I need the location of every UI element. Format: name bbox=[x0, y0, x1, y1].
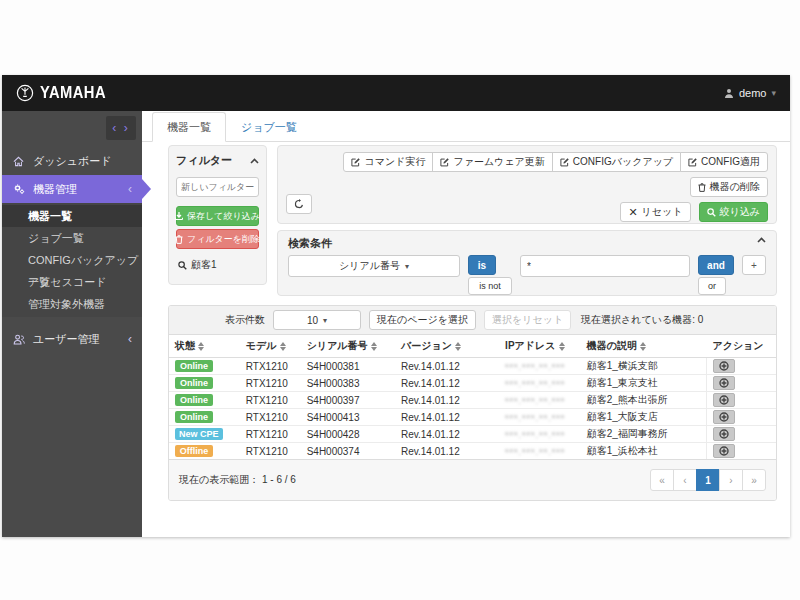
table-row[interactable]: OnlineRTX1210S4H000413Rev.14.01.12***.**… bbox=[169, 409, 776, 426]
table-row[interactable]: OnlineRTX1210S4H000383Rev.14.01.12***.**… bbox=[169, 375, 776, 392]
app-window: YAMAHA demo ▾ ‹ › ダッシュボード bbox=[2, 75, 790, 537]
config-apply-label: CONFIG適用 bbox=[701, 155, 760, 169]
ip-address-redacted: ***.***.**.*** bbox=[505, 362, 565, 372]
reset-label: リセット bbox=[642, 205, 683, 219]
row-actions-button[interactable] bbox=[713, 359, 735, 373]
username: demo bbox=[739, 87, 767, 99]
add-condition-button[interactable]: + bbox=[742, 255, 766, 275]
serial-cell: S4H000397 bbox=[301, 392, 395, 409]
sidebar-item-config-backup-list[interactable]: CONFIGバックアップ一覧 bbox=[2, 249, 142, 271]
join-and-button[interactable]: and bbox=[698, 255, 734, 275]
pagination-last-button[interactable]: » bbox=[742, 469, 766, 491]
saved-filter-link[interactable]: 顧客1 bbox=[176, 258, 259, 272]
sidebar-item-unmanaged-devices[interactable]: 管理対象外機器 bbox=[2, 293, 142, 315]
version-cell: Rev.14.01.12 bbox=[395, 392, 499, 409]
run-command-button[interactable]: コマンド実行 bbox=[343, 152, 433, 172]
row-actions-button[interactable] bbox=[713, 393, 735, 407]
filter-apply-label: 絞り込み bbox=[720, 205, 760, 219]
table-row[interactable]: OfflineRTX1210S4H000374Rev.14.01.12***.*… bbox=[169, 443, 776, 460]
pagination-page-1-button[interactable]: 1 bbox=[696, 469, 720, 491]
display-range-label: 現在の表示範囲： 1 - 6 / 6 bbox=[179, 473, 296, 487]
device-actions-panel: コマンド実行 ファームウェア更新 CONFIGバックアップ CONFI bbox=[277, 145, 777, 224]
column-header-serial[interactable]: シリアル番号 bbox=[301, 335, 395, 358]
device-action-button-group: コマンド実行 ファームウェア更新 CONFIGバックアップ CONFI bbox=[343, 152, 768, 172]
search-value-input[interactable] bbox=[520, 255, 690, 277]
reset-button[interactable]: ✕ リセット bbox=[620, 202, 690, 222]
table-row[interactable]: New CPERTX1210S4H000428Rev.14.01.12***.*… bbox=[169, 426, 776, 443]
plus-circle-icon bbox=[719, 429, 729, 439]
column-header-description[interactable]: 機器の説明 bbox=[581, 335, 707, 358]
device-table-body: OnlineRTX1210S4H000381Rev.14.01.12***.**… bbox=[169, 358, 776, 460]
sort-icon bbox=[198, 342, 204, 351]
firmware-update-button[interactable]: ファームウェア更新 bbox=[432, 152, 552, 172]
reset-selection-button[interactable]: 選択をリセット bbox=[484, 310, 571, 330]
sort-icon bbox=[280, 342, 286, 351]
sort-icon bbox=[455, 342, 461, 351]
search-field-select[interactable]: シリアル番号 ▾ bbox=[288, 255, 460, 277]
tab-bar: 機器一覧 ジョブ一覧 bbox=[142, 111, 790, 142]
device-management-submenu: 機器一覧 ジョブ一覧 CONFIGバックアップ一覧 アクセスコード 管理対象外機… bbox=[2, 203, 142, 317]
page-size-select[interactable]: 10 ▾ bbox=[273, 310, 361, 330]
description-cell: 顧客1_浜松本社 bbox=[581, 443, 707, 460]
tab-job-list[interactable]: ジョブ一覧 bbox=[226, 112, 312, 142]
gears-icon bbox=[12, 183, 25, 195]
sidebar: ‹ › ダッシュボード 機器管理 ‹ 機器一覧 ジョブ一 bbox=[2, 111, 142, 537]
sidebar-item-access-code[interactable]: アクセスコード bbox=[2, 271, 142, 293]
table-header-row: 状態 モデル シリアル番号 バージョン IPアドレス 機器の説明 アクション bbox=[169, 335, 776, 358]
selected-count-label: 現在選択されている機器: 0 bbox=[581, 313, 703, 327]
pagination-prev-button[interactable]: ‹ bbox=[673, 469, 697, 491]
ip-address-redacted: ***.***.**.*** bbox=[505, 430, 565, 440]
refresh-button[interactable] bbox=[286, 194, 312, 214]
serial-cell: S4H000383 bbox=[301, 375, 395, 392]
device-table: 状態 モデル シリアル番号 バージョン IPアドレス 機器の説明 アクション O… bbox=[169, 335, 776, 459]
table-footer: 現在の表示範囲： 1 - 6 / 6 « ‹ 1 › » bbox=[169, 459, 776, 500]
table-controls-bar: 表示件数 10 ▾ 現在のページを選択 選択をリセット 現在選択されている機器:… bbox=[169, 306, 776, 335]
column-header-status[interactable]: 状態 bbox=[169, 335, 240, 358]
status-badge: Online bbox=[175, 377, 213, 389]
row-actions-button[interactable] bbox=[713, 444, 735, 458]
save-and-filter-button[interactable]: 保存して絞り込み bbox=[176, 206, 259, 226]
config-backup-button[interactable]: CONFIGバックアップ bbox=[552, 152, 681, 172]
refresh-icon bbox=[294, 199, 304, 209]
table-row[interactable]: OnlineRTX1210S4H000397Rev.14.01.12***.**… bbox=[169, 392, 776, 409]
sort-icon bbox=[371, 342, 377, 351]
sidebar-collapse-toggle[interactable]: ‹ › bbox=[106, 116, 136, 140]
sidebar-item-label: ユーザー管理 bbox=[33, 332, 100, 347]
row-actions-button[interactable] bbox=[713, 410, 735, 424]
nav-separator bbox=[2, 317, 142, 325]
column-header-version[interactable]: バージョン bbox=[395, 335, 499, 358]
chevron-up-icon[interactable] bbox=[757, 237, 766, 243]
delete-filter-button[interactable]: フィルターを削除 bbox=[176, 229, 259, 249]
operator-is-button[interactable]: is bbox=[468, 255, 496, 275]
sidebar-item-user-management[interactable]: ユーザー管理 ‹ bbox=[2, 325, 142, 353]
config-apply-button[interactable]: CONFIG適用 bbox=[680, 152, 768, 172]
sidebar-item-device-management[interactable]: 機器管理 ‹ bbox=[2, 175, 142, 203]
table-row[interactable]: OnlineRTX1210S4H000381Rev.14.01.12***.**… bbox=[169, 358, 776, 375]
join-or-button[interactable]: or bbox=[698, 277, 726, 295]
column-header-ip[interactable]: IPアドレス bbox=[499, 335, 581, 358]
pagination-next-button[interactable]: › bbox=[719, 469, 743, 491]
filter-panel: フィルター 保存して絞り込み フィルターを削除 bbox=[168, 145, 267, 285]
pagination-first-button[interactable]: « bbox=[650, 469, 674, 491]
download-icon bbox=[175, 212, 183, 221]
filter-apply-button[interactable]: 絞り込み bbox=[699, 202, 768, 222]
sidebar-item-device-list[interactable]: 機器一覧 bbox=[2, 205, 142, 227]
column-header-model[interactable]: モデル bbox=[240, 335, 301, 358]
user-menu[interactable]: demo ▾ bbox=[724, 75, 776, 111]
topbar: YAMAHA demo ▾ bbox=[2, 75, 790, 111]
delete-filter-label: フィルターを削除 bbox=[187, 233, 260, 246]
search-icon bbox=[707, 208, 716, 217]
row-actions-button[interactable] bbox=[713, 376, 735, 390]
select-current-page-button[interactable]: 現在のページを選択 bbox=[369, 310, 476, 330]
new-filter-input[interactable] bbox=[176, 177, 259, 197]
serial-cell: S4H000374 bbox=[301, 443, 395, 460]
sidebar-item-job-list[interactable]: ジョブ一覧 bbox=[2, 227, 142, 249]
delete-device-button[interactable]: 機器の削除 bbox=[690, 177, 768, 197]
sidebar-item-label: 機器管理 bbox=[33, 182, 77, 197]
operator-is-not-button[interactable]: is not bbox=[468, 277, 512, 295]
tab-device-list[interactable]: 機器一覧 bbox=[152, 112, 226, 142]
chevron-up-icon[interactable] bbox=[250, 158, 259, 164]
serial-cell: S4H000428 bbox=[301, 426, 395, 443]
sidebar-item-dashboard[interactable]: ダッシュボード bbox=[2, 147, 142, 175]
row-actions-button[interactable] bbox=[713, 427, 735, 441]
